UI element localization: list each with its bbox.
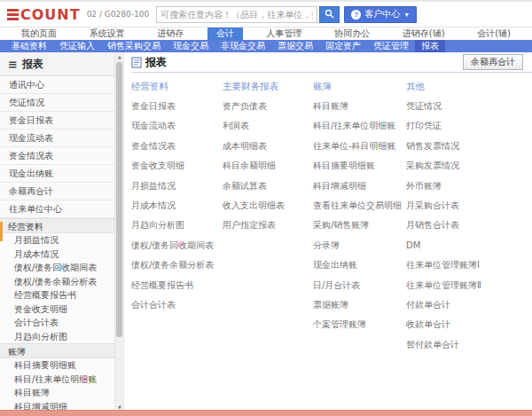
report-link[interactable]: 往来单位-科目明细账 bbox=[313, 137, 406, 156]
submenu-tab[interactable]: 票据交易 bbox=[271, 40, 319, 52]
chevron-down-icon: ▼ bbox=[403, 12, 410, 18]
report-link[interactable]: 采购/销售账簿 bbox=[313, 216, 406, 235]
sidebar-item[interactable]: 现金流动表 bbox=[0, 130, 114, 147]
submenu-tab[interactable]: 固定资产 bbox=[319, 40, 367, 52]
report-link[interactable]: 用户指定报表 bbox=[223, 216, 313, 235]
report-link[interactable]: 科目/往来单位明细账 bbox=[313, 116, 406, 136]
report-link[interactable]: 日/月合计表 bbox=[313, 276, 406, 295]
report-link[interactable]: 票据账簿 bbox=[313, 295, 406, 315]
submenu-tab[interactable]: 销售采购交易 bbox=[101, 40, 167, 52]
sidebar-item[interactable]: 现金出纳账 bbox=[0, 165, 114, 183]
sidebar-item[interactable]: 会计合计表 bbox=[0, 316, 114, 330]
sidebar-item[interactable]: 债权/债务回收期间表 bbox=[0, 261, 114, 275]
sidebar-item[interactable]: 科目/往来单位明细账 bbox=[0, 373, 114, 387]
submenu-tab[interactable]: 报表 bbox=[415, 40, 445, 52]
sidebar-item[interactable]: 科目摘要明细账 bbox=[0, 358, 114, 373]
submenu-tab[interactable]: 非现金交易 bbox=[215, 40, 271, 52]
ecount-logo-bars-icon bbox=[7, 9, 19, 20]
report-link[interactable]: 月采购合计表 bbox=[406, 196, 530, 216]
global-search-input[interactable] bbox=[156, 6, 317, 23]
report-link[interactable]: 销售发票情况 bbox=[406, 137, 530, 156]
report-link[interactable]: 资产负债表 bbox=[223, 97, 313, 116]
menu-tab[interactable]: 会计(辅) bbox=[468, 27, 520, 40]
report-link[interactable]: 债权/债务回收期间表 bbox=[131, 236, 223, 255]
menu-tab[interactable]: 进销存 bbox=[148, 27, 192, 40]
submenu-tab[interactable]: 现金交易 bbox=[167, 40, 215, 52]
report-link[interactable]: 个案管理账簿 bbox=[313, 315, 406, 334]
report-link[interactable]: 往来单位管理账簿Ⅱ bbox=[406, 276, 530, 295]
menu-tab[interactable]: 系统设置 bbox=[81, 27, 134, 40]
sidebar-section-header: 经营资料 bbox=[0, 218, 114, 233]
sidebar-item[interactable]: 资金情况表 bbox=[0, 147, 114, 165]
sidebar-item[interactable]: 科目账簿 bbox=[0, 386, 114, 400]
report-link[interactable]: 采购发票情况 bbox=[406, 156, 530, 176]
scrollbar-thumb[interactable] bbox=[116, 62, 122, 337]
report-link[interactable]: 资金情况表 bbox=[131, 137, 223, 156]
report-link[interactable]: 科目增减明细 bbox=[313, 177, 406, 196]
balance-recalc-button[interactable]: 余额再合计 bbox=[463, 54, 523, 70]
customer-center-button[interactable]: ? 客户中心 ▼ bbox=[344, 6, 417, 23]
report-link[interactable]: 月损益情况 bbox=[131, 177, 223, 196]
report-link[interactable]: 月成本情况 bbox=[131, 196, 223, 216]
scroll-up-icon[interactable]: ▲ bbox=[115, 52, 124, 61]
report-column: 账簿科目账簿科目/往来单位明细账往来单位-科目明细账科目摘要明细账科目增减明细查… bbox=[313, 77, 406, 355]
report-link[interactable]: 资金收支明细 bbox=[131, 156, 223, 176]
report-link[interactable]: 现金出纳账 bbox=[313, 255, 406, 275]
report-link[interactable]: 月销售合计表 bbox=[406, 216, 530, 235]
search-button[interactable] bbox=[319, 6, 340, 23]
sidebar-item[interactable]: 月成本情况 bbox=[0, 247, 114, 262]
menu-tab[interactable]: 进销存(辅) bbox=[394, 27, 454, 40]
report-link[interactable]: 会计合计表 bbox=[131, 295, 223, 315]
report-link[interactable]: 资金日报表 bbox=[131, 97, 223, 116]
sub-menu-bar: 基础资料凭证输入销售采购交易现金交易非现金交易票据交易固定资产凭证管理报表 bbox=[0, 40, 532, 52]
report-link[interactable]: 余额试算表 bbox=[223, 177, 313, 196]
report-link[interactable]: 债权/债务余额分析表 bbox=[131, 255, 223, 275]
report-link[interactable]: 往来单位管理账簿Ⅰ bbox=[406, 255, 530, 275]
submenu-tab[interactable]: 凭证输入 bbox=[53, 40, 101, 52]
report-link[interactable]: 打印凭证 bbox=[406, 116, 530, 136]
report-link[interactable]: 暂付款单合计 bbox=[406, 335, 530, 355]
ecount-logo[interactable]: COUNT bbox=[7, 6, 81, 23]
sidebar-item[interactable]: 月趋向分析图 bbox=[0, 330, 114, 344]
report-column: 经营资料资金日报表现金流动表资金情况表资金收支明细月损益情况月成本情况月趋向分析… bbox=[131, 77, 223, 355]
report-column-header: 账簿 bbox=[313, 77, 406, 95]
sidebar-item[interactable]: 月损益情况 bbox=[0, 233, 114, 247]
report-link[interactable]: 科目摘要明细账 bbox=[313, 156, 406, 176]
report-link[interactable]: 现金流动表 bbox=[131, 116, 223, 136]
sidebar-scrollbar[interactable]: ▲ ▼ bbox=[115, 52, 124, 412]
report-link[interactable]: DM bbox=[406, 236, 530, 255]
sidebar-item[interactable]: 往来单位中心 bbox=[0, 200, 114, 218]
report-columns: 经营资料资金日报表现金流动表资金情况表资金收支明细月损益情况月成本情况月趋向分析… bbox=[131, 73, 532, 355]
report-link[interactable]: 利润表 bbox=[223, 116, 313, 136]
report-link[interactable]: 查看往来单位交易明细 bbox=[313, 196, 406, 216]
report-link[interactable]: 成本明细表 bbox=[223, 137, 313, 156]
panel-collapse-handle[interactable] bbox=[0, 222, 3, 241]
report-link[interactable]: 科目账簿 bbox=[313, 97, 406, 116]
menu-tab[interactable]: 协同办公 bbox=[325, 27, 379, 40]
sidebar-item[interactable]: 资金收支明细 bbox=[0, 302, 114, 317]
customer-center-label: 客户中心 bbox=[364, 8, 400, 20]
menu-tab[interactable]: 我的页面 bbox=[12, 27, 66, 40]
report-link[interactable]: 凭证情况 bbox=[406, 97, 530, 116]
report-link[interactable]: 分录簿 bbox=[313, 236, 406, 255]
submenu-tab[interactable]: 基础资料 bbox=[5, 40, 53, 52]
report-column: 主要财务报表资产负债表利润表成本明细表科目余额明细余额试算表收入支出明细表用户指… bbox=[223, 77, 313, 355]
sidebar-item[interactable]: 资金日报表 bbox=[0, 112, 114, 130]
sidebar-item[interactable]: 凭证情况 bbox=[0, 94, 114, 112]
report-link[interactable]: 付款单合计 bbox=[406, 295, 530, 315]
report-link[interactable]: 收款单合计 bbox=[406, 315, 530, 334]
menu-tab[interactable]: 会计 bbox=[207, 27, 243, 40]
menu-tab[interactable]: 人事管理 bbox=[258, 27, 311, 40]
report-link[interactable]: 月趋向分析图 bbox=[131, 216, 223, 235]
report-link[interactable]: 外币账簿 bbox=[406, 177, 530, 196]
report-link[interactable]: 收入支出明细表 bbox=[223, 196, 313, 216]
submenu-tab[interactable]: 凭证管理 bbox=[367, 40, 415, 52]
sidebar-item[interactable]: 债权/债务余额分析表 bbox=[0, 275, 114, 289]
sidebar-item[interactable]: 通讯中心 bbox=[0, 76, 114, 94]
sidebar-section-header: 账簿 bbox=[0, 343, 114, 358]
report-link[interactable]: 经营概要报告书 bbox=[131, 276, 223, 295]
report-link[interactable]: 科目余额明细 bbox=[223, 156, 313, 176]
sidebar-item[interactable]: 余额再合计 bbox=[0, 183, 114, 200]
report-column: 其他凭证情况打印凭证销售发票情况采购发票情况外币账簿月采购合计表月销售合计表DM… bbox=[406, 77, 530, 355]
sidebar-item[interactable]: 经营概要报告书 bbox=[0, 288, 114, 302]
